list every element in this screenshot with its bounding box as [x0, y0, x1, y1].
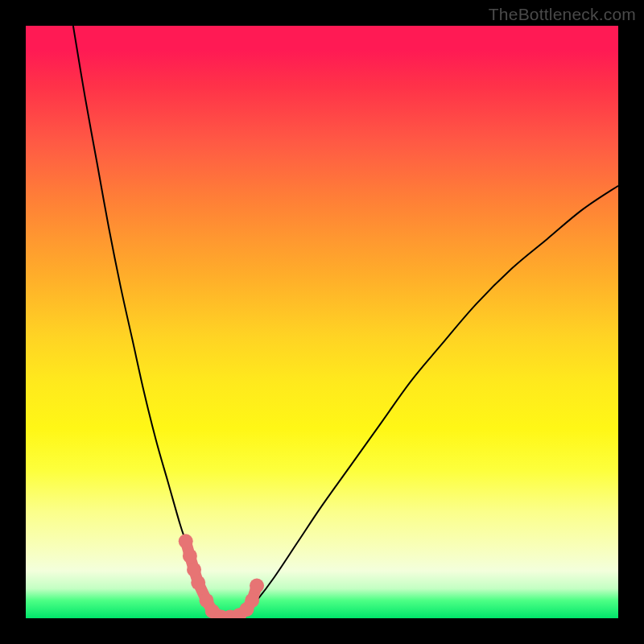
- marker-point: [250, 579, 264, 593]
- marker-point: [191, 576, 205, 590]
- attribution-text: TheBottleneck.com: [489, 5, 636, 24]
- marker-point: [187, 563, 201, 577]
- curve-left-branch: [73, 26, 221, 618]
- chart-frame: TheBottleneck.com: [0, 0, 644, 644]
- marker-point: [183, 549, 197, 564]
- plot-area: [26, 26, 618, 618]
- marker-point: [245, 593, 259, 608]
- marker-point: [179, 534, 193, 548]
- curve-right-branch: [221, 186, 618, 618]
- chart-svg: [26, 26, 618, 618]
